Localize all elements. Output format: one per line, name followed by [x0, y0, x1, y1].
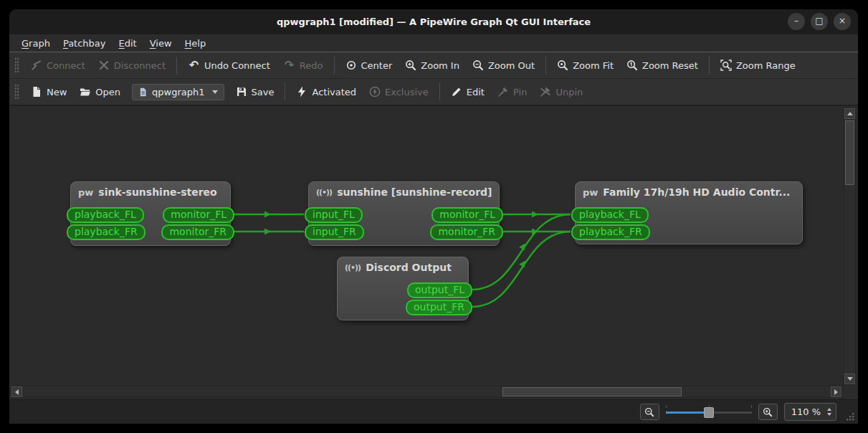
scroll-left-button[interactable] — [11, 386, 22, 397]
media-app-icon: ((•)) — [345, 263, 361, 272]
zoom-range-icon — [720, 60, 732, 71]
activated-label: Activated — [312, 87, 356, 97]
port-input-fl[interactable]: input_FL — [305, 207, 363, 223]
undo-connect-button[interactable]: ↶ Undo Connect — [181, 56, 277, 75]
zoom-slider-track — [709, 411, 752, 414]
resize-grip[interactable] — [845, 411, 855, 422]
scroll-up-button[interactable] — [844, 108, 855, 119]
activated-button[interactable]: Activated — [290, 82, 363, 101]
undo-connect-label: Undo Connect — [204, 60, 270, 71]
title-bar[interactable]: qpwgraph1 [modified] — A PipeWire Graph … — [9, 9, 858, 34]
menu-patchbay-label: atchbay — [68, 38, 105, 49]
zoom-in-button[interactable]: Zoom In — [399, 56, 466, 75]
node-family-hd-audio[interactable]: pw Family 17h/19h HD Audio Contr... play… — [575, 181, 803, 244]
wire-arrow-icon — [264, 229, 271, 235]
maximize-button[interactable]: □ — [811, 13, 828, 30]
close-button[interactable]: × — [834, 13, 851, 30]
zoom-slider-handle[interactable] — [704, 407, 714, 418]
app-window: qpwgraph1 [modified] — A PipeWire Graph … — [9, 9, 858, 424]
zoom-reset-icon — [626, 60, 638, 71]
menu-view[interactable]: View — [143, 37, 178, 50]
horizontal-scrollbar[interactable] — [11, 386, 842, 398]
open-button[interactable]: Open — [73, 82, 127, 101]
disconnect-icon — [98, 60, 110, 71]
menu-patchbay[interactable]: Patchbay — [57, 37, 113, 50]
save-button[interactable]: Save — [229, 82, 281, 101]
zoom-out-button[interactable]: Zoom Out — [466, 56, 541, 75]
port-playback-fr[interactable]: playback_FR — [571, 224, 650, 240]
node-title-text: sink-sunshine-stereo — [98, 186, 216, 198]
zoom-range-button[interactable]: Zoom Range — [714, 56, 802, 75]
close-icon: × — [834, 12, 851, 29]
pin-label: Pin — [513, 87, 527, 97]
vertical-scrollbar-thumb[interactable] — [845, 120, 854, 185]
pin-button: Pin — [491, 82, 533, 101]
toolbar-separator — [285, 83, 285, 100]
patchbay-select[interactable]: qpwgraph1 — [132, 84, 224, 100]
zoom-in-icon — [405, 60, 416, 71]
zoom-slider[interactable] — [666, 404, 752, 420]
center-button[interactable]: Center — [339, 56, 399, 75]
statusbar-zoom-in-button[interactable] — [758, 404, 778, 420]
port-monitor-fl[interactable]: monitor_FL — [431, 207, 503, 223]
node-sunshine[interactable]: ((•)) sunshine [sunshine-record] input_F… — [308, 181, 500, 246]
node-title-text: Discord Output — [366, 262, 452, 273]
patchbay-toolbar: New Open qpwgraph1 Save Activated Exclus… — [9, 79, 858, 105]
port-input-fr[interactable]: input_FR — [305, 224, 364, 240]
zoom-fit-button[interactable]: Zoom Fit — [550, 56, 620, 75]
window-controls: – □ × — [788, 13, 851, 30]
zoom-fit-icon — [557, 60, 568, 71]
port-monitor-fr[interactable]: monitor_FR — [161, 224, 234, 240]
statusbar-zoom-out-button[interactable] — [640, 404, 659, 420]
vertical-scrollbar[interactable] — [844, 108, 856, 385]
toolbar-drag-handle[interactable] — [14, 84, 19, 100]
port-playback-fl[interactable]: playback_FL — [67, 207, 144, 223]
spinbox-arrows[interactable] — [826, 406, 833, 417]
scroll-down-button[interactable] — [844, 373, 855, 384]
wire-arrow-icon — [532, 211, 538, 218]
zoom-in-icon — [763, 407, 773, 417]
wire-arrow-icon — [264, 211, 271, 218]
toolbar-separator — [545, 57, 546, 74]
scroll-right-button[interactable] — [831, 386, 841, 397]
toolbar-separator — [709, 57, 710, 74]
port-monitor-fr[interactable]: monitor_FR — [430, 224, 503, 240]
save-label: Save — [252, 87, 275, 97]
port-output-fl[interactable]: output_FL — [407, 282, 472, 298]
exclusive-label: Exclusive — [385, 87, 429, 97]
menu-graph[interactable]: Graph — [15, 37, 57, 50]
patchbay-file-icon — [138, 87, 148, 97]
menu-edit[interactable]: Edit — [113, 37, 143, 50]
zoom-percent-spinbox[interactable]: 110 % — [784, 403, 836, 421]
chevron-down-icon — [212, 90, 218, 94]
edit-button[interactable]: Edit — [444, 82, 491, 101]
toolbar-drag-handle[interactable] — [14, 57, 19, 73]
port-playback-fr[interactable]: playback_FR — [67, 224, 146, 240]
zoom-in-label: Zoom In — [421, 60, 459, 71]
new-button[interactable]: New — [24, 82, 73, 101]
arrow-left-icon — [15, 389, 19, 395]
zoom-out-icon — [472, 60, 484, 71]
media-app-icon: ((•)) — [316, 188, 332, 197]
graph-canvas[interactable]: pw sink-sunshine-stereo playback_FL play… — [9, 105, 858, 399]
redo-label: Redo — [300, 60, 323, 71]
node-discord-output[interactable]: ((•)) Discord Output output_FL output_FR — [337, 257, 469, 320]
port-monitor-fl[interactable]: monitor_FL — [163, 207, 234, 223]
undo-icon: ↶ — [188, 60, 200, 71]
minimize-button[interactable]: – — [788, 13, 805, 30]
spin-up-icon — [827, 408, 831, 411]
node-sink-sunshine-stereo[interactable]: pw sink-sunshine-stereo playback_FL play… — [70, 181, 231, 246]
zoom-reset-button[interactable]: Zoom Reset — [620, 56, 705, 75]
port-output-fr[interactable]: output_FR — [406, 300, 472, 315]
port-playback-fl[interactable]: playback_FL — [571, 207, 649, 223]
horizontal-scrollbar-thumb[interactable] — [502, 387, 682, 396]
node-title: pw Family 17h/19h HD Audio Contr... — [576, 182, 802, 201]
arrow-right-icon — [834, 389, 838, 395]
maximize-icon: □ — [811, 12, 828, 29]
zoom-slider-track-filled — [666, 411, 709, 414]
spin-down-icon — [827, 413, 831, 416]
zoom-percent-value: 110 % — [791, 406, 821, 417]
menu-help[interactable]: Help — [178, 37, 213, 50]
status-bar: 110 % — [9, 399, 858, 424]
node-title-text: Family 17h/19h HD Audio Contr... — [603, 186, 790, 198]
